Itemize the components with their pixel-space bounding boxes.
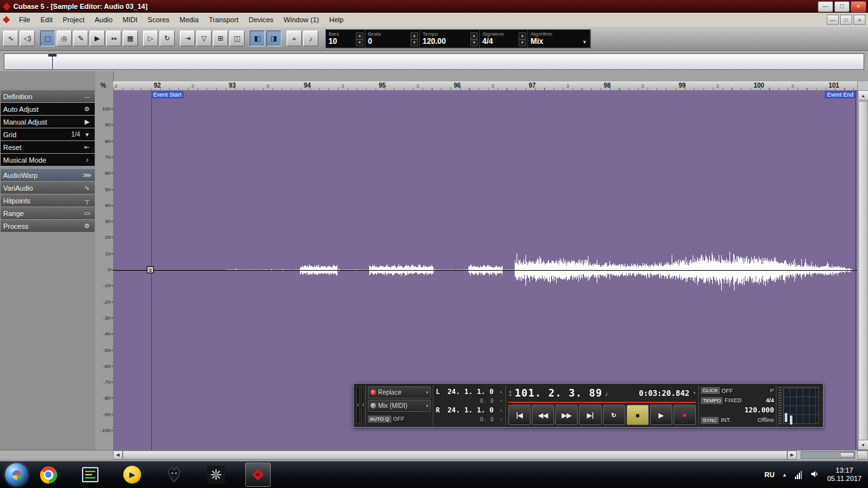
- menu-window-1-[interactable]: Window (1): [278, 14, 324, 25]
- position-display[interactable]: 101. 2. 3. 89: [515, 387, 602, 399]
- scrub-tool[interactable]: ↭: [106, 30, 121, 46]
- tempo-value[interactable]: 120.000: [701, 406, 774, 414]
- position-nudge[interactable]: ▲▼: [508, 390, 512, 397]
- range-select-tool[interactable]: ▢: [40, 30, 55, 46]
- snap-type-button[interactable]: ⊞: [213, 30, 228, 46]
- grid-button[interactable]: ▦: [123, 30, 138, 46]
- scroll-up-button[interactable]: ▲: [858, 90, 868, 100]
- menu-transport[interactable]: Transport: [204, 14, 244, 25]
- post-roll-icon[interactable]: ▹: [494, 416, 503, 422]
- transport-panel[interactable]: Replace ▾ Mix (MIDI) ▾ AUTO Q OFF L 24. …: [353, 383, 824, 428]
- draw-tool[interactable]: ✎: [73, 30, 88, 46]
- tray-clock[interactable]: 13:17 05.11.2017: [827, 466, 862, 483]
- clock-icon[interactable]: ◔: [692, 390, 696, 396]
- menu-midi[interactable]: MIDI: [118, 14, 142, 25]
- pre-roll-icon[interactable]: ▹: [494, 398, 503, 403]
- sync-value[interactable]: INT.: [721, 417, 731, 423]
- audition-loop-button[interactable]: ↻: [159, 30, 175, 46]
- autoscroll-button[interactable]: ⇥: [180, 30, 195, 46]
- musical-mode-button[interactable]: ♪: [303, 30, 318, 46]
- audition-button[interactable]: ◁): [20, 30, 35, 46]
- right-locator[interactable]: R 24. 1. 1. 0 ▫: [436, 405, 503, 415]
- child-close-button[interactable]: ×: [853, 15, 865, 25]
- taskbar-photo-app-button[interactable]: [203, 463, 229, 487]
- time-display[interactable]: 0:03:20.842: [639, 389, 689, 398]
- sidebar-item-reset[interactable]: Reset⇤: [1, 141, 95, 153]
- child-minimize-button[interactable]: —: [827, 15, 839, 25]
- zoom-slider-thumb[interactable]: [840, 452, 854, 458]
- click-row[interactable]: CLICK OFF ‖*: [701, 386, 774, 395]
- menu-media[interactable]: Media: [175, 14, 204, 25]
- taskbar-winamp-button[interactable]: [161, 463, 187, 487]
- field-spinner[interactable]: ▲▼: [519, 32, 526, 46]
- tray-expand-icon[interactable]: ▲: [782, 472, 787, 478]
- menu-edit[interactable]: Edit: [36, 14, 58, 25]
- menu-project[interactable]: Project: [58, 14, 90, 25]
- field-spinner[interactable]: ▲▼: [410, 32, 418, 46]
- scroll-left-button[interactable]: ◀: [113, 451, 123, 459]
- scroll-down-button[interactable]: ▼: [858, 440, 868, 450]
- play-button[interactable]: ▶: [650, 405, 672, 425]
- record-mode-dropdown[interactable]: Replace ▾: [368, 386, 431, 398]
- stop-button[interactable]: ■: [627, 405, 649, 425]
- go-end-button[interactable]: ▶|: [579, 405, 601, 425]
- position-progress-bar[interactable]: [508, 401, 696, 403]
- scrub-button[interactable]: ∿: [3, 30, 18, 46]
- rewind-button[interactable]: ◀◀: [532, 405, 554, 425]
- audition-play-button[interactable]: ▷: [143, 30, 158, 46]
- cycle-button[interactable]: ↻: [603, 405, 625, 425]
- zoom-tool[interactable]: ◎: [57, 30, 72, 46]
- sidebar-item-musical-mode[interactable]: Musical Mode♪: [1, 154, 95, 166]
- taskbar-media-player-button[interactable]: ▶: [119, 463, 145, 487]
- sidebar-item-auto-adjust[interactable]: Auto Adjust⚙: [1, 103, 95, 115]
- zoom-slider[interactable]: [801, 451, 855, 459]
- go-start-button[interactable]: |◀: [508, 405, 531, 425]
- sidebar-item-audiowarp[interactable]: AudioWarp⋙: [1, 169, 95, 181]
- horizontal-scrollbar[interactable]: ◀ ▶: [113, 451, 857, 459]
- field-spinner[interactable]: ▲▼: [470, 32, 478, 46]
- taskbar-app-button-1[interactable]: [78, 463, 103, 487]
- menu-devices[interactable]: Devices: [243, 14, 278, 25]
- show-event-button[interactable]: ◧: [250, 30, 265, 46]
- panel-grip[interactable]: [778, 387, 782, 424]
- menu-help[interactable]: Help: [324, 14, 349, 25]
- dropdown-arrow-icon[interactable]: ▼: [582, 39, 587, 45]
- transport-faders[interactable]: [355, 385, 366, 426]
- horizontal-scroll-thumb[interactable]: [123, 451, 787, 459]
- left-locator[interactable]: L 24. 1. 1. 0 ▸: [436, 386, 503, 396]
- field-spinner[interactable]: ▲▼: [356, 32, 363, 46]
- quantize-button[interactable]: ◫: [229, 30, 245, 46]
- sidebar-item-value[interactable]: 1/4: [71, 131, 80, 138]
- left-locator-value[interactable]: 24. 1. 1. 0: [444, 388, 494, 396]
- field-tempo[interactable]: Tempo120.00▲▼: [420, 30, 480, 48]
- snap-button[interactable]: ▽: [196, 30, 212, 46]
- maximize-button[interactable]: □: [834, 1, 850, 12]
- midi-mode-dropdown[interactable]: Mix (MIDI) ▾: [368, 400, 431, 412]
- field-signature[interactable]: Signature4/4▲▼: [480, 30, 528, 48]
- zoom-preset-button[interactable]: [857, 451, 868, 459]
- zero-crossing-button[interactable]: +: [287, 30, 302, 46]
- ruler[interactable]: 39239339439539639739839931003101: [113, 81, 857, 91]
- close-button[interactable]: ×: [851, 1, 866, 12]
- sidebar-item-grid[interactable]: Grid1/4▾: [1, 128, 95, 140]
- vertical-scrollbar[interactable]: ▲ ▼: [857, 81, 868, 450]
- record-button[interactable]: ●: [674, 405, 696, 425]
- language-indicator[interactable]: RU: [764, 471, 775, 478]
- show-regions-button[interactable]: ◨: [266, 30, 281, 46]
- snap-point-handle[interactable]: S: [147, 266, 154, 273]
- play-tool[interactable]: ▶: [90, 30, 105, 46]
- overview-strip[interactable]: [4, 53, 864, 70]
- taskbar-cubase-button[interactable]: [245, 463, 271, 487]
- sidebar-item-range[interactable]: Range▭: [1, 207, 95, 219]
- start-button[interactable]: [5, 463, 28, 486]
- vertical-scroll-thumb[interactable]: [858, 101, 868, 440]
- minimize-button[interactable]: —: [818, 1, 833, 12]
- punch-out-icon[interactable]: ▫: [494, 407, 503, 413]
- menu-scores[interactable]: Scores: [142, 14, 174, 25]
- volume-icon[interactable]: [810, 470, 820, 480]
- forward-button[interactable]: ▶▶: [555, 405, 578, 425]
- punch-in-icon[interactable]: ▸: [494, 389, 503, 395]
- child-restore-button[interactable]: □: [840, 15, 852, 25]
- event-end-line[interactable]: [855, 90, 856, 450]
- sidebar-item-process[interactable]: Process⚙: [1, 220, 95, 232]
